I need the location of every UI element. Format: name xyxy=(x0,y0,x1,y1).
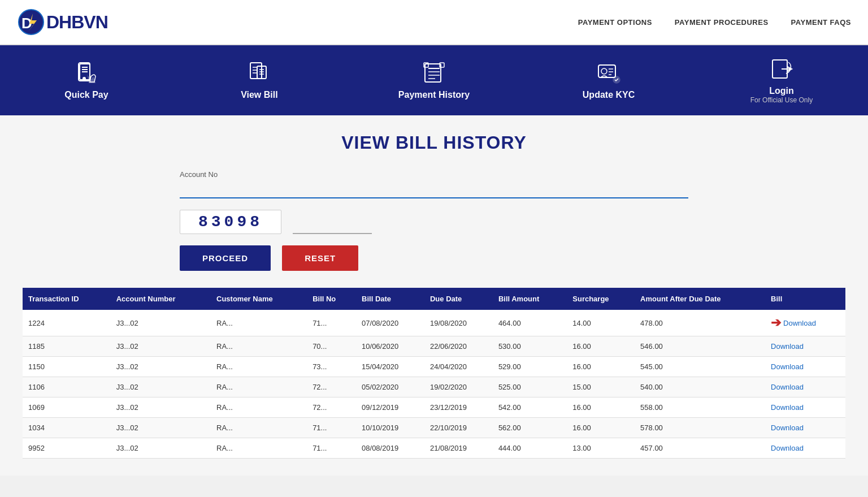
table-cell: RA... xyxy=(211,418,307,438)
table-cell: J3...02 xyxy=(111,310,211,336)
table-cell: 05/02/2020 xyxy=(356,377,424,397)
table-cell: 1034 xyxy=(23,418,111,438)
table-cell: RA... xyxy=(211,336,307,357)
table-row: 1106J3...02RA...72...05/02/202019/02/202… xyxy=(23,377,845,397)
table-cell: 464.00 xyxy=(493,310,567,336)
download-link[interactable]: Download xyxy=(771,444,804,452)
table-row: 1224J3...02RA...71...07/08/202019/08/202… xyxy=(23,310,845,336)
view-bill-banner[interactable]: View Bill xyxy=(225,60,293,100)
table-cell: 16.00 xyxy=(567,357,635,377)
table-cell: 10/06/2020 xyxy=(356,336,424,357)
payment-history-label: Payment History xyxy=(398,90,470,100)
download-link[interactable]: Download xyxy=(771,383,804,391)
svg-rect-10 xyxy=(250,63,262,79)
table-cell: 73... xyxy=(307,357,356,377)
table-cell: 525.00 xyxy=(493,377,567,397)
table-cell: 70... xyxy=(307,336,356,357)
svg-point-26 xyxy=(601,68,607,74)
table-cell: 529.00 xyxy=(493,357,567,377)
logo-area: D DHBVN xyxy=(17,8,108,36)
login-banner[interactable]: Login For Official Use Only xyxy=(748,57,815,104)
table-cell: 07/08/2020 xyxy=(356,310,424,336)
payment-options-nav[interactable]: PAYMENT OPTIONS xyxy=(578,18,652,27)
view-bill-label: View Bill xyxy=(241,90,278,100)
login-icon xyxy=(769,57,794,81)
update-kyc-label: Update KYC xyxy=(583,90,635,100)
table-cell: 457.00 xyxy=(635,438,765,459)
table-cell: 19/08/2020 xyxy=(424,310,493,336)
main-content: VIEW BILL HISTORY Account No 83098 PROCE… xyxy=(0,115,868,476)
reset-button[interactable]: RESET xyxy=(282,245,358,271)
table-row: 1185J3...02RA...70...10/06/202022/06/202… xyxy=(23,336,845,357)
table-cell: 22/06/2020 xyxy=(424,336,493,357)
download-link[interactable]: Download xyxy=(771,342,804,351)
col-account-number: Account Number xyxy=(111,288,211,310)
table-cell: 546.00 xyxy=(635,336,765,357)
payment-faqs-nav[interactable]: PAYMENT FAQS xyxy=(791,18,851,27)
table-cell: RA... xyxy=(211,438,307,459)
view-bill-icon xyxy=(247,60,272,85)
quick-pay-icon xyxy=(74,60,99,85)
download-link[interactable]: Download xyxy=(771,403,804,412)
table-cell: 9952 xyxy=(23,438,111,459)
table-cell: RA... xyxy=(211,357,307,377)
col-customer-name: Customer Name xyxy=(211,288,307,310)
table-cell: 10/10/2019 xyxy=(356,418,424,438)
download-link[interactable]: Download xyxy=(771,423,804,432)
download-link[interactable]: Download xyxy=(771,362,804,371)
captcha-display: 83098 xyxy=(180,210,281,234)
table-row: 1069J3...02RA...72...09/12/201923/12/201… xyxy=(23,397,845,418)
download-cell: Download xyxy=(765,377,845,397)
table-cell: 16.00 xyxy=(567,418,635,438)
table-row: 1034J3...02RA...71...10/10/201922/10/201… xyxy=(23,418,845,438)
table-cell: 16.00 xyxy=(567,336,635,357)
captcha-row: 83098 xyxy=(180,210,688,234)
download-link[interactable]: Download xyxy=(783,319,816,327)
payment-procedures-nav[interactable]: PAYMENT PROCEDURES xyxy=(675,18,769,27)
table-cell: 19/02/2020 xyxy=(424,377,493,397)
account-input[interactable] xyxy=(180,181,688,198)
svg-point-9 xyxy=(83,77,85,80)
table-cell: 71... xyxy=(307,310,356,336)
download-arrow-icon: ➔ xyxy=(771,316,781,330)
download-cell: Download xyxy=(765,357,845,377)
logo-text: DHBVN xyxy=(46,12,108,33)
col-due-date: Due Date xyxy=(424,288,493,310)
payment-history-banner[interactable]: Payment History xyxy=(398,60,470,100)
table-cell: 578.00 xyxy=(635,418,765,438)
table-cell: 558.00 xyxy=(635,397,765,418)
proceed-button[interactable]: PROCEED xyxy=(180,245,271,271)
account-input-wrap xyxy=(180,181,688,198)
table-cell: J3...02 xyxy=(111,377,211,397)
table-cell: 21/08/2019 xyxy=(424,438,493,459)
table-cell: 71... xyxy=(307,418,356,438)
update-kyc-banner[interactable]: Update KYC xyxy=(575,60,643,100)
table-cell: 72... xyxy=(307,377,356,397)
table-cell: J3...02 xyxy=(111,438,211,459)
bill-history-table-wrap: Transaction ID Account Number Customer N… xyxy=(23,288,845,459)
download-cell: Download xyxy=(765,336,845,356)
table-cell: 1185 xyxy=(23,336,111,357)
payment-history-icon xyxy=(422,60,446,85)
logo-icon: D xyxy=(17,8,45,36)
table-cell: 562.00 xyxy=(493,418,567,438)
table-cell: 23/12/2019 xyxy=(424,397,493,418)
table-cell: 530.00 xyxy=(493,336,567,357)
svg-rect-18 xyxy=(425,64,441,82)
col-bill-amount: Bill Amount xyxy=(493,288,567,310)
download-cell: Download xyxy=(765,438,845,458)
table-cell: 16.00 xyxy=(567,397,635,418)
table-cell: 22/10/2019 xyxy=(424,418,493,438)
table-cell: J3...02 xyxy=(111,397,211,418)
form-buttons: PROCEED RESET xyxy=(180,245,358,271)
table-cell: RA... xyxy=(211,310,307,336)
main-nav: PAYMENT OPTIONS PAYMENT PROCEDURES PAYME… xyxy=(578,18,851,27)
captcha-input[interactable] xyxy=(293,217,372,234)
quick-pay-banner[interactable]: Quick Pay xyxy=(53,60,120,100)
account-row xyxy=(180,181,688,198)
col-bill: Bill xyxy=(765,288,845,310)
table-cell: 14.00 xyxy=(567,310,635,336)
update-kyc-icon xyxy=(596,60,621,85)
table-cell: 545.00 xyxy=(635,357,765,377)
download-cell: Download xyxy=(765,397,845,417)
